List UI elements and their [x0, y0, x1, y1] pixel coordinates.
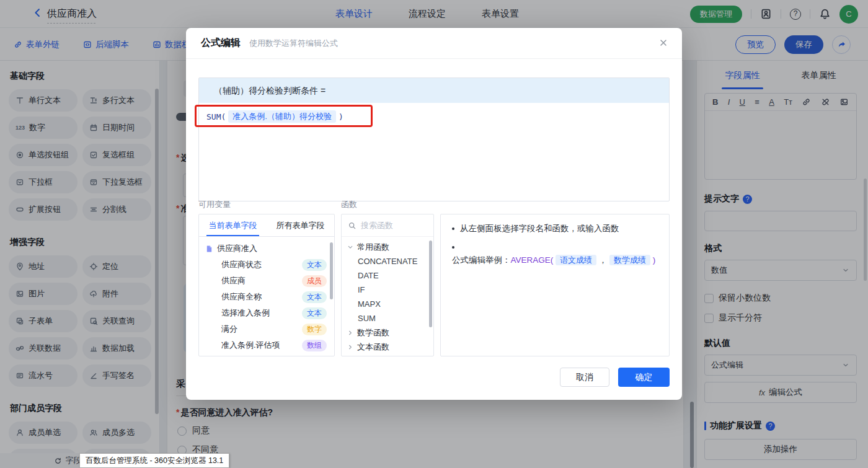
app-screen: 供应商准入 表单设计流程设定表单设置 数据管理 ? C 表单外链后端脚本数据权限…: [0, 0, 868, 468]
functions-scrollbar[interactable]: [429, 241, 432, 327]
close-icon[interactable]: [658, 38, 668, 48]
formula-tips-panel: 从左侧面板选择字段名和函数，或输入函数 公式编辑举例：AVERAGE( 语文成绩…: [440, 214, 670, 356]
variable-field-row[interactable]: 供应商全称文本: [199, 289, 334, 305]
variable-field-row[interactable]: 供应商状态文本: [199, 257, 334, 273]
browser-status-tooltip: 百数后台管理系统 - 360安全浏览器 13.1: [79, 453, 229, 468]
function-group-数学函数[interactable]: 数学函数: [342, 325, 433, 340]
doc-icon: [205, 245, 213, 253]
field-type-badge: 文本: [302, 259, 327, 271]
modal-header: 公式编辑 使用数学运算符编辑公式: [186, 28, 682, 59]
variable-field-row[interactable]: 满分数字: [199, 321, 334, 337]
functions-panel: 搜索函数 常用函数CONCATENATEDATEIFMAPXSUM数学函数文本函…: [341, 214, 434, 356]
search-placeholder: 搜索函数: [361, 220, 393, 231]
function-item-DATE[interactable]: DATE: [342, 268, 433, 283]
tip-line: 从左侧面板选择字段名和函数，或输入函数: [452, 223, 658, 235]
function-item-CONCATENATE[interactable]: CONCATENATE: [342, 254, 433, 268]
variables-tab-2[interactable]: 所有表单字段: [267, 214, 334, 236]
functions-label: 函数: [341, 199, 357, 210]
function-search-input[interactable]: 搜索函数: [342, 214, 433, 237]
variables-panel: 当前表单字段所有表单字段 供应商准入供应商状态文本供应商成员供应商全称文本选择准…: [198, 214, 335, 356]
formula-expression[interactable]: SUM( 准入条例.（辅助）得分校验 ): [206, 110, 343, 123]
example-field-chip: 语文成绩: [556, 255, 596, 265]
search-icon: [348, 221, 356, 230]
formula-function-open: SUM(: [206, 112, 226, 121]
modal-footer: 取消 确定: [560, 368, 670, 387]
function-group-常用函数[interactable]: 常用函数: [342, 240, 433, 254]
formula-editor-box[interactable]: （辅助）得分检验判断条件 = SUM( 准入条例.（辅助）得分校验 ): [198, 77, 670, 201]
variables-tab-1[interactable]: 当前表单字段: [199, 214, 267, 236]
field-type-badge: 数组: [302, 340, 327, 351]
example-field-chip: 数学成绩: [609, 255, 650, 265]
caret-down-icon: [347, 244, 354, 251]
function-item-MAPX[interactable]: MAPX: [342, 297, 433, 311]
variables-root-node[interactable]: 供应商准入: [199, 241, 334, 257]
confirm-button[interactable]: 确定: [618, 368, 670, 387]
field-type-badge: 文本: [302, 291, 327, 303]
cancel-button[interactable]: 取消: [560, 368, 609, 387]
caret-right-icon: [347, 343, 354, 351]
field-type-badge: 成员: [302, 275, 327, 287]
formula-target-bar: （辅助）得分检验判断条件 =: [199, 78, 669, 103]
modal-title: 公式编辑: [201, 37, 241, 50]
function-item-IF[interactable]: IF: [342, 283, 433, 297]
variable-field-row[interactable]: 准入条例.评估项数组: [199, 337, 334, 353]
formula-edit-modal: 公式编辑 使用数学运算符编辑公式 （辅助）得分检验判断条件 = SUM( 准入条…: [186, 28, 682, 400]
formula-function-close: ): [339, 112, 343, 121]
tip-example-line: 公式编辑举例：AVERAGE( 语文成绩 ， 数学成绩 ): [452, 241, 658, 267]
function-item-SUM[interactable]: SUM: [342, 311, 433, 325]
modal-subtitle: 使用数学运算符编辑公式: [249, 38, 338, 49]
function-group-文本函数[interactable]: 文本函数: [342, 340, 433, 354]
field-token-chip[interactable]: 准入条例.（辅助）得分校验: [228, 110, 336, 123]
variable-field-row[interactable]: 供应商成员: [199, 273, 334, 289]
field-type-badge: 文本: [302, 307, 327, 319]
field-type-badge: 数字: [302, 324, 327, 335]
variables-label: 可用变量: [198, 199, 231, 210]
variable-field-row[interactable]: 选择准入条例文本: [199, 305, 334, 321]
variables-scrollbar[interactable]: [330, 242, 333, 299]
caret-right-icon: [347, 329, 354, 337]
